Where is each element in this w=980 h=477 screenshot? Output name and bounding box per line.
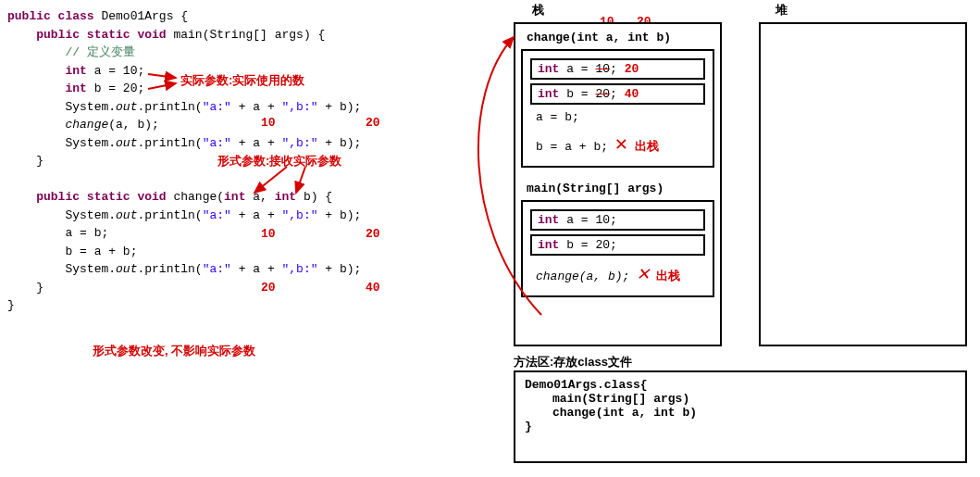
code-line-16: }: [7, 279, 500, 297]
method-area-title: 方法区:存放class文件: [514, 354, 632, 370]
diagram-pane: 栈 堆 10 20 change(int a, int b) int a = 1…: [500, 0, 980, 477]
annot-val-20-a: 20: [366, 116, 380, 130]
main-frame-title: main(String[] args): [521, 179, 714, 198]
annot-formal-param: 形式参数:接收实际参数: [217, 153, 341, 169]
class-name: Demo01Args.class{: [525, 378, 956, 392]
change-frame-title: change(int a, int b): [521, 28, 714, 47]
annot-conclusion: 形式参数改变, 不影响实际参数: [93, 343, 255, 359]
annot-val-10-a: 10: [261, 116, 276, 130]
stmt-b-eq-ab: b = a + b; ✕ 出栈: [530, 130, 664, 158]
method-change: change(int a, int b): [552, 406, 956, 420]
code-line-blank: [7, 170, 500, 189]
heap-label: 堆: [775, 2, 788, 19]
var-a-box: int a = 10; 20: [530, 58, 705, 80]
main-var-a: int a = 10;: [530, 209, 705, 231]
code-line-2: public static void main(String[] args) {: [7, 26, 500, 44]
code-line-6: System.out.println("a:" + a + ",b:" + b)…: [7, 98, 500, 117]
annot-actual-param: 实际参数:实际使用的数: [180, 72, 304, 89]
stmt-a-eq-b: a = b;: [530, 108, 705, 126]
main-call-change: change(a, b); ✕ 出栈: [530, 259, 705, 288]
code-line-7: change(a, b);: [7, 116, 500, 134]
heap-box: [759, 22, 967, 346]
x-icon-2: ✕: [637, 263, 649, 286]
stack-box: change(int a, int b) int a = 10; 20 int …: [514, 22, 722, 346]
code-line-11: public static void change(int a, int b) …: [7, 188, 500, 207]
x-icon: ✕: [615, 133, 627, 157]
code-line-14: b = a + b;: [7, 243, 500, 261]
var-b-box: int b = 20; 40: [530, 83, 705, 105]
method-area-box: Demo01Args.class{ main(String[] args) ch…: [514, 370, 967, 463]
method-main: main(String[] args): [552, 392, 956, 406]
stack-label: 栈: [532, 2, 544, 19]
code-line-3: // 定义变量: [7, 44, 500, 62]
change-frame: int a = 10; 20 int b = 20; 40 a = b; b =…: [521, 49, 714, 168]
main-frame: int a = 10; int b = 20; change(a, b); ✕ …: [521, 200, 714, 297]
code-line-17: }: [7, 296, 500, 315]
code-line-8: System.out.println("a:" + a + ",b:" + b)…: [7, 134, 500, 153]
code-pane: public class Demo01Args { public static …: [0, 0, 500, 315]
code-line-12: System.out.println("a:" + a + ",b:" + b)…: [7, 207, 500, 225]
annot-val-10-b: 10: [261, 227, 276, 241]
code-line-15: System.out.println("a:" + a + ",b:" + b)…: [7, 260, 500, 279]
code-line-1: public class Demo01Args {: [7, 7, 500, 26]
annot-val-20-b: 20: [366, 227, 380, 241]
main-var-b: int b = 20;: [530, 234, 705, 256]
class-end: }: [525, 420, 956, 433]
annot-val-20-c: 20: [261, 281, 276, 295]
annot-val-40: 40: [366, 281, 380, 295]
code-line-13: a = b;: [7, 224, 500, 243]
